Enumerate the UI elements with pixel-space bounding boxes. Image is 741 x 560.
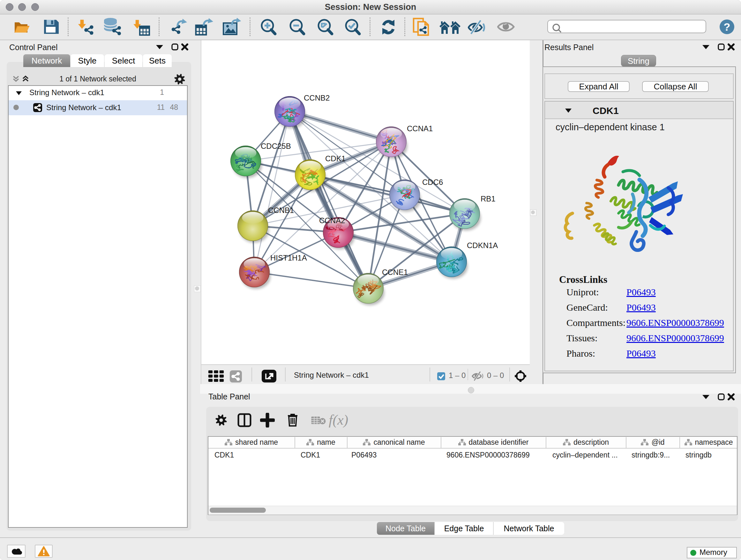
svg-text:CDKN1A: CDKN1A bbox=[467, 241, 498, 250]
svg-text:RB1: RB1 bbox=[481, 194, 495, 203]
svg-text:CCNA2: CCNA2 bbox=[319, 216, 345, 225]
svg-text:CCNE1: CCNE1 bbox=[382, 268, 408, 276]
svg-text:HIST1H1A: HIST1H1A bbox=[270, 253, 307, 262]
svg-text:CCNB2: CCNB2 bbox=[304, 94, 330, 102]
svg-text:CCNA1: CCNA1 bbox=[407, 124, 433, 133]
svg-text:CCNB1: CCNB1 bbox=[268, 206, 294, 214]
svg-text:CDK1: CDK1 bbox=[325, 154, 346, 163]
svg-text:CDC25B: CDC25B bbox=[261, 142, 291, 150]
svg-text:CDC6: CDC6 bbox=[422, 178, 443, 186]
